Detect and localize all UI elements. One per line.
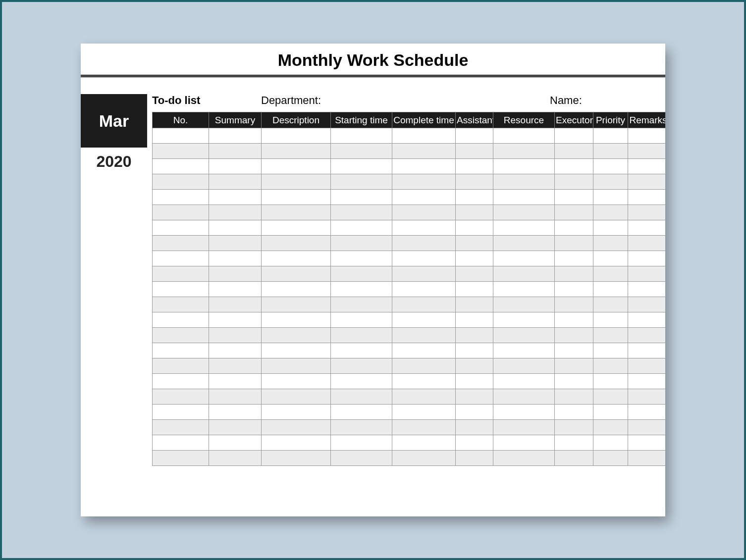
- cell[interactable]: [153, 282, 209, 297]
- cell[interactable]: [628, 251, 666, 266]
- cell[interactable]: [555, 159, 593, 174]
- cell[interactable]: [555, 312, 593, 328]
- cell[interactable]: [392, 266, 456, 282]
- cell[interactable]: [628, 174, 666, 190]
- cell[interactable]: [456, 190, 493, 205]
- cell[interactable]: [331, 190, 392, 205]
- cell[interactable]: [493, 220, 555, 236]
- cell[interactable]: [392, 159, 456, 174]
- cell[interactable]: [392, 405, 456, 420]
- cell[interactable]: [392, 282, 456, 297]
- cell[interactable]: [153, 358, 209, 374]
- cell[interactable]: [153, 220, 209, 236]
- cell[interactable]: [555, 220, 593, 236]
- cell[interactable]: [555, 144, 593, 159]
- cell[interactable]: [493, 358, 555, 374]
- cell[interactable]: [493, 144, 555, 159]
- cell[interactable]: [593, 328, 628, 343]
- cell[interactable]: [392, 435, 456, 451]
- cell[interactable]: [331, 312, 392, 328]
- cell[interactable]: [392, 190, 456, 205]
- cell[interactable]: [593, 220, 628, 236]
- cell[interactable]: [628, 389, 666, 405]
- cell[interactable]: [593, 451, 628, 466]
- cell[interactable]: [331, 220, 392, 236]
- cell[interactable]: [493, 312, 555, 328]
- cell[interactable]: [153, 389, 209, 405]
- cell[interactable]: [628, 420, 666, 435]
- cell[interactable]: [209, 205, 262, 220]
- cell[interactable]: [593, 174, 628, 190]
- cell[interactable]: [628, 236, 666, 251]
- cell[interactable]: [456, 358, 493, 374]
- cell[interactable]: [392, 220, 456, 236]
- cell[interactable]: [555, 389, 593, 405]
- cell[interactable]: [593, 405, 628, 420]
- cell[interactable]: [153, 435, 209, 451]
- cell[interactable]: [331, 389, 392, 405]
- cell[interactable]: [331, 374, 392, 389]
- cell[interactable]: [493, 174, 555, 190]
- cell[interactable]: [392, 451, 456, 466]
- cell[interactable]: [555, 128, 593, 144]
- cell[interactable]: [628, 266, 666, 282]
- cell[interactable]: [153, 297, 209, 312]
- cell[interactable]: [392, 144, 456, 159]
- cell[interactable]: [153, 236, 209, 251]
- cell[interactable]: [262, 312, 331, 328]
- cell[interactable]: [262, 174, 331, 190]
- cell[interactable]: [209, 405, 262, 420]
- cell[interactable]: [593, 374, 628, 389]
- cell[interactable]: [593, 128, 628, 144]
- cell[interactable]: [456, 435, 493, 451]
- cell[interactable]: [262, 190, 331, 205]
- cell[interactable]: [392, 128, 456, 144]
- cell[interactable]: [262, 328, 331, 343]
- cell[interactable]: [153, 128, 209, 144]
- cell[interactable]: [392, 205, 456, 220]
- cell[interactable]: [456, 251, 493, 266]
- cell[interactable]: [153, 343, 209, 358]
- cell[interactable]: [262, 220, 331, 236]
- cell[interactable]: [392, 328, 456, 343]
- cell[interactable]: [593, 358, 628, 374]
- cell[interactable]: [331, 328, 392, 343]
- cell[interactable]: [555, 328, 593, 343]
- cell[interactable]: [456, 297, 493, 312]
- cell[interactable]: [456, 420, 493, 435]
- cell[interactable]: [153, 190, 209, 205]
- cell[interactable]: [555, 174, 593, 190]
- cell[interactable]: [209, 128, 262, 144]
- cell[interactable]: [331, 451, 392, 466]
- cell[interactable]: [392, 358, 456, 374]
- cell[interactable]: [593, 144, 628, 159]
- cell[interactable]: [331, 343, 392, 358]
- cell[interactable]: [262, 405, 331, 420]
- cell[interactable]: [209, 174, 262, 190]
- cell[interactable]: [262, 297, 331, 312]
- cell[interactable]: [153, 328, 209, 343]
- cell[interactable]: [262, 358, 331, 374]
- cell[interactable]: [493, 374, 555, 389]
- cell[interactable]: [209, 435, 262, 451]
- cell[interactable]: [628, 159, 666, 174]
- cell[interactable]: [456, 374, 493, 389]
- cell[interactable]: [493, 328, 555, 343]
- cell[interactable]: [456, 405, 493, 420]
- cell[interactable]: [153, 451, 209, 466]
- cell[interactable]: [628, 405, 666, 420]
- cell[interactable]: [628, 205, 666, 220]
- cell[interactable]: [456, 144, 493, 159]
- cell[interactable]: [209, 297, 262, 312]
- cell[interactable]: [555, 343, 593, 358]
- cell[interactable]: [209, 144, 262, 159]
- cell[interactable]: [209, 420, 262, 435]
- cell[interactable]: [153, 144, 209, 159]
- cell[interactable]: [628, 374, 666, 389]
- cell[interactable]: [555, 205, 593, 220]
- cell[interactable]: [628, 128, 666, 144]
- cell[interactable]: [153, 420, 209, 435]
- cell[interactable]: [593, 312, 628, 328]
- cell[interactable]: [153, 374, 209, 389]
- cell[interactable]: [209, 236, 262, 251]
